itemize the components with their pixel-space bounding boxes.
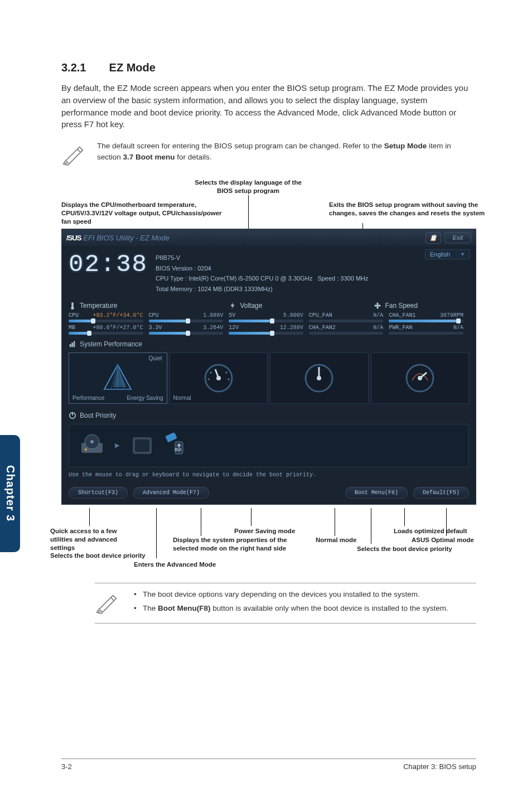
v5-value: 5.000V xyxy=(283,312,303,318)
callout-quick-access: Quick access to a few utilities and adva… xyxy=(50,527,139,552)
cpu-speed: Speed : 3300 MHz xyxy=(317,275,368,282)
perf-powersave-card[interactable] xyxy=(371,352,470,404)
cpu-type: CPU Type : Intel(R) Core(TM) i5-2500 CPU… xyxy=(156,275,312,282)
gauge-eco-icon xyxy=(404,363,436,394)
fan-icon xyxy=(374,302,381,310)
svg-point-20 xyxy=(90,440,94,443)
callout-advanced: Enters the Advanced Mode xyxy=(134,561,245,569)
note-2: The boot device options vary depending o… xyxy=(95,583,476,624)
cpufan-label: CPU_FAN xyxy=(309,312,332,318)
v5-label: 5V xyxy=(229,312,235,318)
language-value: English xyxy=(430,251,450,258)
chafan2-value: N/A xyxy=(373,325,383,331)
vcpu-label: CPU xyxy=(149,312,159,318)
svg-rect-4 xyxy=(71,342,73,347)
section-number: 3.2.1 xyxy=(61,61,106,74)
total-memory: Total Memory : 1024 MB (DDR3 1333MHz) xyxy=(156,284,368,294)
pwrfan-value: N/A xyxy=(453,325,463,331)
callout-language: Selects the display language of the BIOS… xyxy=(190,178,307,195)
perf-optimal-card[interactable] xyxy=(270,352,369,404)
section-title: EZ Mode xyxy=(109,61,156,74)
section-heading: 3.2.1 EZ Mode xyxy=(61,61,476,74)
svg-point-11 xyxy=(228,378,229,380)
system-info: P8B75-V BIOS Version : 0204 CPU Type : I… xyxy=(156,248,368,294)
cpu-temp-value: +93.2°F/+34.0°C xyxy=(93,312,143,318)
svg-point-13 xyxy=(317,376,321,380)
boot-usb-icon[interactable] xyxy=(165,433,191,458)
bios-footer: Shortcut(F3) Advanced Mode(F7) Boot Menu… xyxy=(62,484,476,504)
callout-loads-default: Loads optimized default xyxy=(394,527,489,535)
boot-arrow-icon: ▶ xyxy=(115,442,119,449)
perf-normal-card[interactable]: Normal xyxy=(170,352,268,404)
note-2-item-2: The Boot Menu(F8) button is available on… xyxy=(130,603,476,614)
gauge-normal-icon xyxy=(203,363,234,394)
chafan1-value: 3879RPM xyxy=(440,312,463,318)
svg-rect-5 xyxy=(74,341,75,347)
v12-label: 12V xyxy=(229,325,239,331)
bars-icon xyxy=(69,340,76,348)
advanced-mode-button[interactable]: Advanced Mode(F7) xyxy=(133,487,209,499)
svg-rect-3 xyxy=(70,344,71,347)
boot-priority-header: Boot Priority xyxy=(62,409,476,422)
perf-quiet-label: Quiet xyxy=(149,355,162,361)
boot-disc-icon[interactable] xyxy=(79,433,105,458)
perf-performance-label: Performance xyxy=(72,395,104,401)
svg-rect-17 xyxy=(72,412,73,416)
boot-menu-button[interactable]: Boot Menu(F8) xyxy=(345,487,408,499)
page-number: 3-2 xyxy=(61,762,72,771)
asus-logo: /SUS xyxy=(66,234,81,242)
exit-button[interactable]: Exit xyxy=(444,232,471,243)
note-1-text: The default screen for entering the BIOS… xyxy=(97,141,476,162)
svg-point-1 xyxy=(71,307,74,310)
svg-rect-24 xyxy=(165,433,177,442)
shortcut-button[interactable]: Shortcut(F3) xyxy=(69,487,128,499)
power-icon xyxy=(69,412,76,419)
boot-priority-row[interactable]: ▶ xyxy=(69,424,469,467)
v12-value: 12.288V xyxy=(280,325,303,331)
perf-quiet-card[interactable]: Quiet Performance Energy Saving xyxy=(69,352,167,404)
callout-select-boot: Selects the boot device priority xyxy=(50,552,173,560)
callout-select-boot2: Selects the boot device priority xyxy=(357,545,480,553)
monitor-headers: Temperature Voltage Fan Speed xyxy=(62,300,476,311)
bios-titlebar: /SUS EFI BIOS Utility - EZ Mode 📋 Exit xyxy=(62,229,476,246)
callout-exit: Exits the BIOS setup program without sav… xyxy=(329,201,485,218)
callout-normal: Normal mode xyxy=(316,536,371,544)
pencil-icon xyxy=(61,141,87,166)
callout-monitors: Displays the CPU/motherboard temperature… xyxy=(61,201,229,226)
note-2-text: The boot device options vary depending o… xyxy=(130,589,476,617)
svg-point-21 xyxy=(85,448,87,451)
language-dropdown[interactable]: English ▼ xyxy=(425,249,470,259)
cpufan-value: N/A xyxy=(373,312,383,318)
svg-point-7 xyxy=(216,376,221,380)
bios-title: EFI BIOS Utility - EZ Mode xyxy=(83,234,170,242)
perf-normal-label: Normal xyxy=(173,395,191,401)
board-name: P8B75-V xyxy=(156,253,368,263)
cpu-temp-label: CPU xyxy=(69,312,79,318)
chafan1-label: CHA_FAN1 xyxy=(389,312,415,318)
bios-version: BIOS Version : 0204 xyxy=(156,263,368,274)
vcpu-value: 1.088V xyxy=(203,312,223,318)
svg-point-9 xyxy=(225,371,227,373)
chapter-label: Chapter 3: BIOS setup xyxy=(403,762,476,771)
screenshot-icon[interactable]: 📋 xyxy=(425,232,441,244)
boot-hdd-icon[interactable] xyxy=(129,433,155,458)
chevron-down-icon: ▼ xyxy=(460,252,465,257)
boot-tip-text: Use the mouse to drag or keyboard to nav… xyxy=(62,471,476,484)
clock-display: 02:38 xyxy=(69,248,148,278)
system-performance-header: System Performance xyxy=(62,336,476,350)
gauge-optimal-icon xyxy=(303,363,335,394)
svg-point-8 xyxy=(210,371,211,373)
bios-screenshot: /SUS EFI BIOS Utility - EZ Mode 📋 Exit E… xyxy=(61,229,476,505)
default-button[interactable]: Default(F5) xyxy=(413,487,469,499)
svg-rect-0 xyxy=(71,302,74,307)
thermometer-icon xyxy=(69,302,76,310)
page-footer: 3-2 Chapter 3: BIOS setup xyxy=(61,758,476,771)
note-2-item-1: The boot device options vary depending o… xyxy=(130,589,476,600)
callout-powersave: Power Saving mode xyxy=(234,527,312,535)
pwrfan-label: PWR_FAN xyxy=(389,325,412,331)
intro-paragraph: By default, the EZ Mode screen appears w… xyxy=(61,82,476,131)
bottom-callouts: Quick access to a few utilities and adva… xyxy=(61,508,476,575)
chapter-side-tab: Chapter 3 xyxy=(0,435,20,552)
chafan2-label: CHA_FAN2 xyxy=(309,325,336,331)
bolt-icon xyxy=(229,302,236,310)
